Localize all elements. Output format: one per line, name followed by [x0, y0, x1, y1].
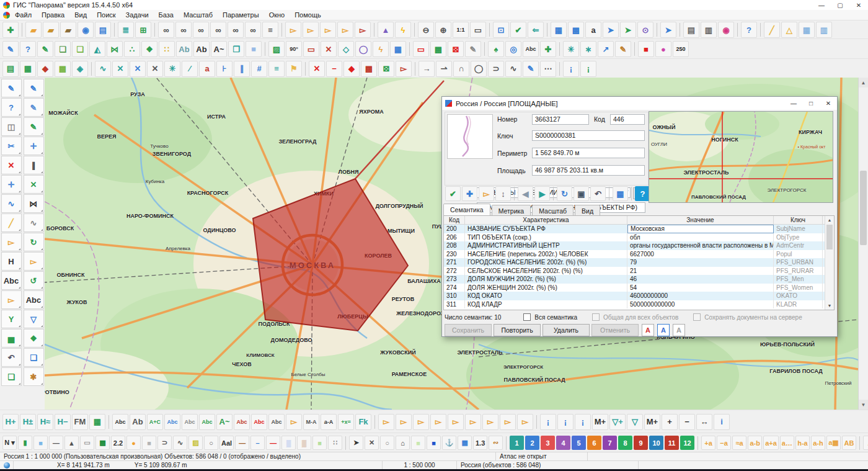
polygon-pencil-icon[interactable]: ✎: [24, 117, 44, 136]
measure-polygon-icon[interactable]: △: [781, 22, 797, 38]
cross-arrow-icon[interactable]: ✕: [130, 61, 146, 77]
dots-tool-icon[interactable]: ⋯: [540, 61, 556, 77]
spread-objects-icon[interactable]: ∴: [124, 41, 140, 57]
text-diamond-icon[interactable]: Abc: [199, 414, 215, 430]
undo-edit-icon[interactable]: ↶: [590, 186, 606, 201]
semantic-value[interactable]: Московская: [627, 225, 774, 233]
copy-attrs-icon[interactable]: ❖: [24, 329, 44, 348]
plus-node-icon[interactable]: +: [662, 414, 678, 430]
funnel-plus-icon[interactable]: ▽+: [609, 414, 626, 430]
fl-path-icon[interactable]: ▻: [517, 414, 533, 430]
draw-object-icon[interactable]: ✎: [1, 79, 22, 97]
fl-eq-a-icon[interactable]: ≈a: [732, 436, 746, 450]
pin-green-icon[interactable]: ¡: [580, 61, 596, 77]
draw-query-icon[interactable]: ?: [1, 98, 22, 117]
monument-sign-icon[interactable]: ⌂: [396, 436, 410, 450]
column-header[interactable]: Значение: [627, 216, 774, 224]
height-h-icon[interactable]: H: [1, 252, 22, 271]
layer-12[interactable]: 12: [680, 436, 694, 450]
minus-node-icon[interactable]: −: [679, 414, 695, 430]
text-frame2-icon[interactable]: Abc: [251, 414, 267, 430]
object-panel-icon[interactable]: ⊡: [493, 22, 509, 38]
kod-field[interactable]: 446: [610, 114, 645, 125]
tab-vid[interactable]: Вид: [575, 205, 600, 216]
lightning-link-icon[interactable]: ϟ: [373, 41, 389, 57]
h-pm-icon[interactable]: H±: [20, 414, 36, 430]
klyuch-field[interactable]: S0000000381: [532, 130, 645, 141]
frame-fill-red-icon[interactable]: ▩: [361, 61, 377, 77]
fl-h-a-icon[interactable]: h-a: [795, 436, 810, 450]
record-panel-icon[interactable]: ▦: [551, 22, 567, 38]
parallel-lines-icon[interactable]: ∥: [24, 156, 44, 174]
filter-pencil-icon[interactable]: ▽: [24, 310, 44, 328]
anchor-sign-icon[interactable]: ⚓: [442, 436, 456, 450]
cut-sew-icon[interactable]: ✂: [1, 137, 22, 155]
cross-star-icon[interactable]: ✳: [164, 61, 180, 77]
semantic-value[interactable]: обл: [627, 233, 774, 242]
swatch-green[interactable]: ■: [411, 436, 425, 450]
funnel-node-icon[interactable]: ▽: [627, 414, 643, 430]
edit-query-icon[interactable]: ?: [20, 41, 36, 57]
text-abc-up-icon[interactable]: Ab: [130, 414, 146, 430]
tower-sign-icon[interactable]: ▲: [64, 436, 79, 450]
rotate-object-icon[interactable]: ↻: [24, 233, 44, 251]
angle-90-icon[interactable]: 90°: [286, 41, 302, 57]
record-db-panel-icon[interactable]: ▩: [568, 22, 584, 38]
semantic-value[interactable]: 21: [627, 267, 774, 276]
table-row[interactable]: 274ДОЛЯ ЖЕНЩИН 2002г. (%) (%)54PFS_Women: [444, 284, 834, 292]
semantic-value[interactable]: 46: [627, 275, 774, 284]
find-address-icon[interactable]: ∞: [228, 22, 244, 38]
text-abc2-icon[interactable]: Abc: [24, 290, 44, 309]
abc-label-icon[interactable]: Abc: [523, 41, 539, 57]
fl-a-b-icon[interactable]: a-b: [748, 436, 762, 450]
delete-button[interactable]: Удалить: [542, 324, 590, 336]
swatch-green-dots[interactable]: ▩: [95, 436, 110, 450]
ploshchad-field[interactable]: 46 987 875 203.11 кв.м: [532, 165, 645, 176]
zoom-out-icon[interactable]: ⊖: [418, 22, 434, 38]
menu-base[interactable]: База: [154, 11, 179, 19]
zoom-in-icon[interactable]: ⊕: [435, 22, 451, 38]
copy-objects-icon[interactable]: ❏: [55, 41, 71, 57]
table-row[interactable]: 230НАСЕЛЕНИЕ (перепись 2002г.) ЧЕЛОВЕК66…: [444, 250, 834, 259]
h-minus-icon[interactable]: H−: [55, 414, 71, 430]
tab-metrika[interactable]: Метрика: [492, 205, 531, 216]
table-row[interactable]: 273ДОЛЯ МУЖЧИН 2002г. (%) (%)46PFS_Men: [444, 275, 834, 284]
spline-tool-icon[interactable]: ∿: [505, 61, 521, 77]
table-row[interactable]: 200НАЗВАНИЕ СУБЪЕКТА РФМосковскаяSubjNam…: [444, 225, 834, 233]
ab-fk-icon[interactable]: Fk: [355, 414, 371, 430]
pencil-angle-icon[interactable]: ✎: [615, 41, 631, 57]
layer-5[interactable]: 5: [572, 436, 586, 450]
status-scale[interactable]: 1 : 500 000: [383, 461, 457, 469]
hatch-angle-icon[interactable]: ▨: [268, 41, 285, 57]
dots-pattern[interactable]: ∷: [328, 436, 342, 450]
table-row[interactable]: 272СЕЛЬСКОЕ НАСЕЛЕНИЕ 2002г. (%) (%)21PF…: [444, 267, 834, 276]
find-by-name-icon[interactable]: ∞: [175, 22, 192, 38]
scrollbar-thumb[interactable]: [860, 171, 867, 245]
close-button[interactable]: ✕: [849, 0, 868, 10]
menu-options[interactable]: Параметры: [218, 11, 264, 19]
ellipse-tool-icon[interactable]: ◯: [355, 41, 371, 57]
clipboard-text-icon[interactable]: a: [585, 22, 601, 38]
create-search-icon[interactable]: ✚: [462, 186, 477, 201]
tree-symbol-icon[interactable]: ♠: [488, 41, 504, 57]
menu-tasks[interactable]: Задачи: [121, 11, 154, 19]
node-compress-icon[interactable]: ✕: [365, 436, 379, 450]
pin-blue-icon[interactable]: ¡: [563, 61, 579, 77]
geoportal-cursor-icon[interactable]: ➤: [620, 22, 636, 38]
draw-pencil2-icon[interactable]: ✎: [24, 79, 44, 97]
value-2-2[interactable]: 2.2: [111, 436, 125, 450]
line-brown[interactable]: —: [235, 436, 249, 450]
pan-arrows-icon[interactable]: ✛: [24, 137, 44, 155]
dialog-close-button[interactable]: ✕: [820, 97, 837, 110]
open-project-icon[interactable]: ▤: [95, 22, 111, 38]
delete-group-icon[interactable]: ◆: [343, 61, 360, 77]
pin-pencil-icon[interactable]: ¡: [540, 414, 556, 430]
scroll-down-icon[interactable]: ▼: [859, 400, 868, 410]
paste-fragment-icon[interactable]: ❐: [228, 41, 244, 57]
hook-tool-icon[interactable]: ⊃: [488, 61, 504, 77]
settings-gear-icon[interactable]: ✱: [24, 367, 44, 386]
all-semantics-checkbox[interactable]: [523, 313, 531, 321]
square-gray[interactable]: ■: [142, 436, 156, 450]
flashlight-ma-icon[interactable]: M-A: [303, 414, 319, 430]
text-arc-icon[interactable]: A+C: [147, 414, 163, 430]
